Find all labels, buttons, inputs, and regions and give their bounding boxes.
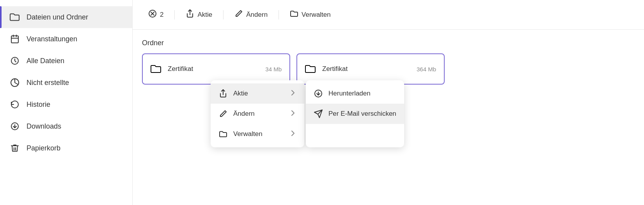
herunterladen-label: Herunterladen xyxy=(328,90,371,97)
folder-card-icon-2 xyxy=(305,64,316,74)
manage-label: Verwalten xyxy=(302,11,331,19)
sidebar-item-label: Alle Dateien xyxy=(27,57,64,65)
toolbar-divider-3 xyxy=(279,10,279,19)
herunterladen-icon xyxy=(314,89,323,98)
folder-icon xyxy=(9,12,20,23)
toolbar-divider-1 xyxy=(174,10,175,19)
svg-rect-0 xyxy=(11,36,18,43)
folder-card-name-1: Zertifikat xyxy=(168,65,259,73)
sidebar-item-label: Historie xyxy=(27,101,50,109)
share-button[interactable]: Aktie xyxy=(179,6,218,23)
context-menu-item-aktie[interactable]: Aktie xyxy=(211,83,304,104)
manage-icon xyxy=(290,9,298,20)
aktie-icon xyxy=(218,89,228,98)
folder-card-2[interactable]: Zertifikat 364 Mb xyxy=(296,53,445,85)
edit-label: Ändern xyxy=(246,11,268,19)
clock-icon xyxy=(9,55,20,66)
context-menu-item-verwalten[interactable]: Verwalten xyxy=(211,124,304,144)
download-icon xyxy=(9,121,20,132)
edit-icon xyxy=(234,9,243,20)
aktie-arrow-icon xyxy=(289,89,296,98)
sidebar-item-alle-dateien[interactable]: Alle Dateien xyxy=(0,50,132,72)
cancel-icon xyxy=(148,9,157,20)
submenu-item-email[interactable]: Per E-Mail verschicken xyxy=(306,104,404,124)
context-menu-verwalten-label: Verwalten xyxy=(233,130,263,138)
verwalten-icon xyxy=(218,129,228,139)
context-menu-aktie-label: Aktie xyxy=(233,90,248,97)
sidebar-item-label: Papierkorb xyxy=(27,144,60,152)
folder-card-1[interactable]: Zertifikat 34 Mb xyxy=(142,53,290,85)
folder-card-icon-1 xyxy=(151,64,161,74)
main-content: 2 Aktie Ändern xyxy=(133,0,644,205)
sidebar-item-label: Downloads xyxy=(27,122,61,131)
context-menu-andern-label: Ändern xyxy=(233,110,255,118)
pie-icon xyxy=(9,77,20,88)
context-menu-item-andern[interactable]: Ändern xyxy=(211,104,304,124)
sidebar-item-papierkorb[interactable]: Papierkorb xyxy=(0,137,132,159)
content-area: Ordner Zertifikat 34 Mb Zertifikat xyxy=(133,30,644,205)
manage-button[interactable]: Verwalten xyxy=(284,6,337,23)
sidebar-item-dateien-ordner[interactable]: Dateien und Ordner xyxy=(0,6,132,28)
folder-card-name-2: Zertifikat xyxy=(322,65,410,73)
toolbar-divider-2 xyxy=(223,10,224,19)
sidebar-item-nicht-erstellte[interactable]: Nicht erstellte xyxy=(0,72,132,94)
cancel-count: 2 xyxy=(160,11,163,19)
toolbar: 2 Aktie Ändern xyxy=(133,0,644,30)
sidebar: Dateien und Ordner Veranstaltungen Alle … xyxy=(0,0,133,205)
share-label: Aktie xyxy=(197,11,212,19)
share-icon xyxy=(186,9,194,20)
sidebar-item-label: Nicht erstellte xyxy=(27,79,69,87)
sidebar-item-downloads[interactable]: Downloads xyxy=(0,115,132,137)
context-menu-container: Aktie Ändern xyxy=(211,80,404,147)
verwalten-arrow-icon xyxy=(289,130,296,139)
section-title: Ordner xyxy=(142,39,635,47)
andern-arrow-icon xyxy=(289,110,296,118)
email-label: Per E-Mail verschicken xyxy=(328,110,396,118)
sidebar-item-label: Veranstaltungen xyxy=(27,35,77,43)
sidebar-item-label: Dateien und Ordner xyxy=(27,13,88,21)
sidebar-item-veranstaltungen[interactable]: Veranstaltungen xyxy=(0,28,132,50)
submenu: Herunterladen Per E-Mail verschicken xyxy=(306,80,404,147)
email-icon xyxy=(314,109,323,118)
history-icon xyxy=(9,99,20,110)
sidebar-item-historie[interactable]: Historie xyxy=(0,94,132,115)
trash-icon xyxy=(9,143,20,154)
andern-icon xyxy=(218,109,228,118)
calendar-icon xyxy=(9,34,20,44)
folders-grid: Zertifikat 34 Mb Zertifikat 364 Mb xyxy=(142,53,635,85)
folder-card-size-1: 34 Mb xyxy=(265,66,282,72)
folder-card-size-2: 364 Mb xyxy=(417,66,436,72)
primary-context-menu: Aktie Ändern xyxy=(211,80,304,147)
submenu-item-herunterladen[interactable]: Herunterladen xyxy=(306,83,404,104)
edit-button[interactable]: Ändern xyxy=(228,6,274,23)
cancel-button[interactable]: 2 xyxy=(142,6,170,23)
